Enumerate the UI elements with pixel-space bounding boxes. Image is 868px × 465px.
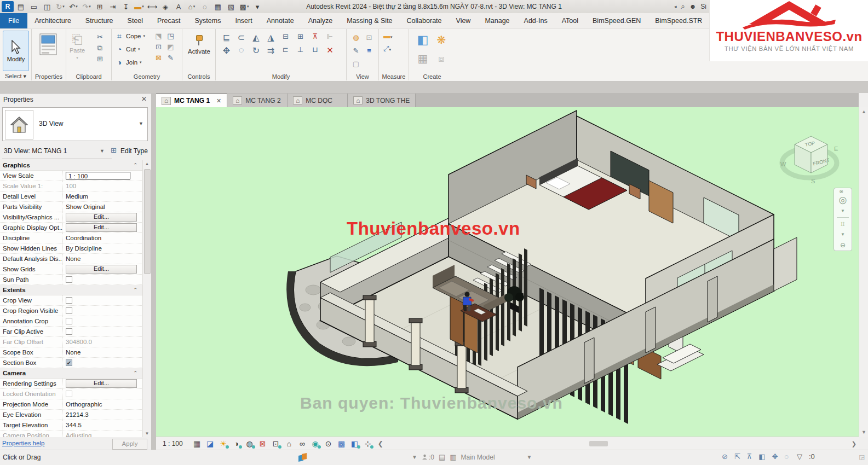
section-extents[interactable]: Extents⌃	[0, 285, 143, 295]
edit-type-button[interactable]: Edit Type	[120, 147, 148, 155]
view-tab-mc-d-c[interactable]: ⌂MC DỌC	[288, 94, 348, 107]
chevron-down-icon[interactable]: ▼	[834, 206, 852, 216]
property-value[interactable]: Orthographic	[62, 399, 143, 409]
shadows-icon[interactable]: ◑	[230, 438, 243, 449]
create-parts-icon[interactable]: ⧈	[438, 53, 444, 65]
split-element-icon[interactable]: ⊟	[280, 32, 291, 42]
property-value[interactable]: Coordination	[62, 233, 143, 243]
chevron-down-icon[interactable]: ▼	[834, 229, 852, 240]
array-icon[interactable]: ⇉	[266, 45, 276, 55]
hide-box-icon[interactable]: ⊡	[364, 33, 375, 43]
cut-clipboard-icon[interactable]: ✂	[95, 33, 105, 43]
ribbon-tab-systems[interactable]: Systems	[187, 13, 228, 28]
chevron-down-icon[interactable]: ▼	[527, 454, 532, 460]
select-pinned-icon[interactable]: ⊼	[747, 452, 752, 461]
ribbon-tab-precast[interactable]: Precast	[150, 13, 187, 28]
compass-east[interactable]: E	[834, 146, 838, 152]
split-face-icon[interactable]: ◩	[165, 43, 176, 53]
property-value[interactable]: Edit...	[62, 264, 143, 274]
properties-scrollbar[interactable]: ▲ ▼	[142, 160, 151, 437]
property-value[interactable]: None	[62, 254, 143, 264]
search-icon[interactable]: ⌕	[681, 2, 685, 11]
select-underlay-icon[interactable]: ⇱	[734, 452, 740, 461]
edit-button[interactable]: Edit...	[66, 213, 137, 222]
edit-type-icon[interactable]: ⊞	[111, 146, 117, 154]
reveal-constraints-icon[interactable]: ⊙	[322, 438, 335, 449]
minimize-ribbon-icon[interactable]: ▾	[251, 1, 263, 12]
design-options-icon[interactable]: ▤	[439, 453, 445, 461]
apply-button[interactable]: Apply	[112, 439, 147, 450]
ribbon-tab-insert[interactable]: Insert	[228, 13, 259, 28]
select-by-face-icon[interactable]: ◧	[758, 452, 765, 461]
view-tab-mc-tang-2[interactable]: ⌂MC TANG 2	[227, 94, 288, 107]
zoom-tool-icon[interactable]: ⌗	[834, 219, 852, 229]
ribbon-tab-architecture[interactable]: Architecture	[27, 13, 78, 28]
property-value[interactable]	[62, 316, 143, 326]
scrollbar-thumb[interactable]	[144, 169, 151, 274]
ribbon-tab-bimspeed-gen[interactable]: BimSpeed.GEN	[585, 13, 648, 28]
panel-splitter[interactable]	[151, 93, 156, 450]
panel-properties-label[interactable]: Properties	[32, 73, 66, 80]
scroll-down-icon[interactable]: ▼	[143, 431, 151, 436]
panel-controls-label[interactable]: Controls	[182, 73, 215, 80]
ribbon-tab-structure[interactable]: Structure	[78, 13, 120, 28]
align-icon[interactable]: ⊑	[221, 32, 232, 42]
measure-icon[interactable]: ▬▾	[133, 1, 145, 12]
property-value[interactable]: 21214.3	[62, 410, 143, 420]
create-assembly-icon[interactable]: ▦	[418, 52, 428, 65]
crop-region-icon[interactable]: ⊡	[269, 438, 283, 449]
detail-level-icon[interactable]: ▦	[191, 438, 204, 449]
sign-in-label[interactable]: Si	[700, 3, 706, 10]
scroll-up-icon[interactable]: ▲	[859, 109, 868, 114]
panel-create-label[interactable]: Create	[409, 73, 455, 80]
chevron-down-icon[interactable]: ▼	[412, 454, 417, 460]
split-gap-icon[interactable]: ⊞	[295, 32, 306, 42]
horizontal-scrollbar[interactable]	[387, 440, 850, 447]
ribbon-tab-analyze[interactable]: Analyze	[301, 13, 340, 28]
scroll-up-icon[interactable]: ▲	[143, 161, 151, 166]
property-value[interactable]: 344.5	[62, 420, 143, 430]
property-value[interactable]: ✔	[62, 358, 143, 368]
sync-icon[interactable]: ↻▾	[54, 1, 66, 12]
ribbon-tab-massing-site[interactable]: Massing & Site	[340, 13, 399, 28]
select-links-icon[interactable]: ⊘	[722, 452, 728, 461]
panel-modify-label[interactable]: Modify	[216, 73, 346, 80]
file-properties-icon[interactable]: ▤	[15, 1, 27, 12]
text-icon[interactable]: A	[173, 1, 185, 12]
glasses-icon[interactable]: ∞	[296, 438, 309, 449]
view-cube[interactable]: W S E TOP FRONT	[779, 128, 840, 194]
ribbon-tab-bimspeed-str[interactable]: BimSpeed.STR	[648, 13, 709, 28]
crop-off-icon[interactable]: ⊠	[256, 438, 269, 449]
user-icon[interactable]: ☻	[689, 3, 697, 10]
worksets-icon[interactable]	[298, 453, 307, 462]
checkbox-checked[interactable]: ✔	[66, 359, 72, 366]
ribbon-tab-file[interactable]: File	[0, 13, 27, 28]
edit-button[interactable]: Edit...	[66, 379, 137, 388]
temp-hide-icon[interactable]: ◉	[309, 438, 322, 449]
type-selector[interactable]: 3D View ▼	[2, 107, 148, 141]
ribbon-tab-view[interactable]: View	[449, 13, 478, 28]
checkbox[interactable]	[66, 297, 72, 304]
panel-view-label[interactable]: View	[347, 73, 378, 80]
navbar-close-icon[interactable]: ⊗	[832, 188, 852, 195]
override-brush-icon[interactable]: ✎	[351, 47, 361, 56]
ribbon-tab-atool[interactable]: ATool	[555, 13, 585, 28]
active-options-icon[interactable]: ▥	[450, 453, 456, 461]
tag-icon[interactable]: ◈	[159, 1, 171, 12]
rotate-icon[interactable]: ↻	[251, 45, 261, 55]
panel-geometry-label[interactable]: Geometry	[112, 73, 182, 80]
resize-grip-icon[interactable]: ◲	[859, 454, 865, 461]
property-value[interactable]: By Discipline	[62, 243, 143, 253]
move-icon[interactable]: ✥	[221, 45, 232, 55]
cut-profile-icon[interactable]: ▢	[351, 60, 361, 69]
save-icon[interactable]: ◫	[41, 1, 53, 12]
revit-button-icon[interactable]: R	[2, 1, 14, 12]
switch-windows-icon[interactable]: ▩▾	[238, 1, 250, 12]
transfer-icon[interactable]: ⇥	[107, 1, 119, 12]
lightbulb-icon[interactable]: ◍	[351, 33, 361, 43]
chevron-down-icon[interactable]: ▼	[100, 148, 105, 154]
scale-icon[interactable]: ⊏	[280, 45, 291, 55]
paste-button[interactable]: ⎗ Paste▾	[70, 32, 85, 60]
analytical-icon[interactable]: ⊹	[361, 438, 375, 449]
scrollbar-thumb[interactable]	[589, 441, 608, 446]
